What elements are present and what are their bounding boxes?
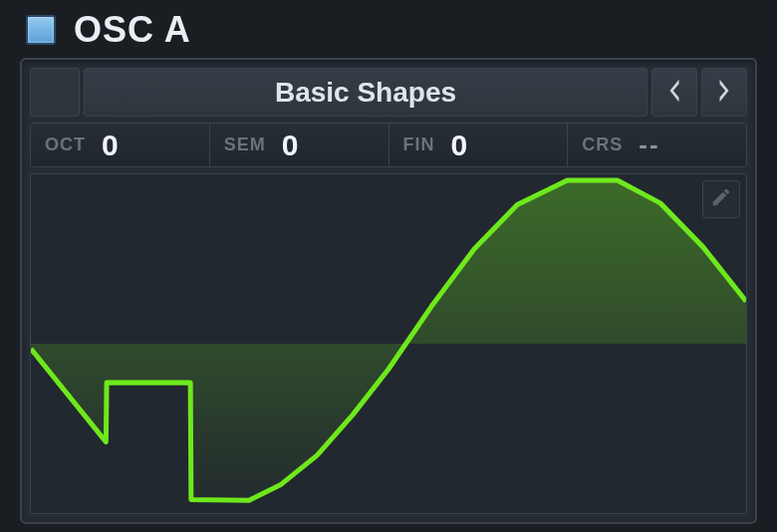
pencil-icon	[710, 186, 732, 212]
coarse-control[interactable]: CRS --	[568, 124, 746, 166]
chevron-right-icon	[715, 77, 733, 109]
preset-next-button[interactable]	[701, 68, 747, 117]
waveform-svg	[31, 174, 746, 513]
octave-value: 0	[102, 129, 119, 162]
preset-row: Basic Shapes	[30, 68, 747, 117]
preset-menu-button[interactable]	[30, 68, 80, 117]
semitone-value: 0	[282, 129, 299, 162]
octave-label: OCT	[45, 134, 86, 155]
semitone-control[interactable]: SEM 0	[210, 124, 389, 166]
fine-value: 0	[451, 129, 468, 162]
chevron-left-icon	[665, 77, 683, 109]
waveform-edit-button[interactable]	[702, 180, 740, 218]
semitone-label: SEM	[224, 134, 266, 155]
osc-panel-header: OSC A	[20, 2, 757, 58]
osc-panel-body: Basic Shapes OCT 0 SEM 0 FIN	[20, 58, 757, 524]
osc-power-button[interactable]	[26, 15, 56, 45]
octave-control[interactable]: OCT 0	[31, 124, 210, 166]
coarse-label: CRS	[582, 134, 623, 155]
osc-title: OSC A	[74, 9, 191, 51]
preset-name-selector[interactable]: Basic Shapes	[84, 68, 648, 117]
coarse-value: --	[639, 130, 659, 160]
fine-label: FIN	[403, 134, 435, 155]
preset-prev-button[interactable]	[651, 68, 697, 117]
waveform-display[interactable]	[30, 173, 747, 514]
fine-control[interactable]: FIN 0	[389, 124, 569, 166]
tuning-row: OCT 0 SEM 0 FIN 0 CRS --	[30, 123, 747, 167]
